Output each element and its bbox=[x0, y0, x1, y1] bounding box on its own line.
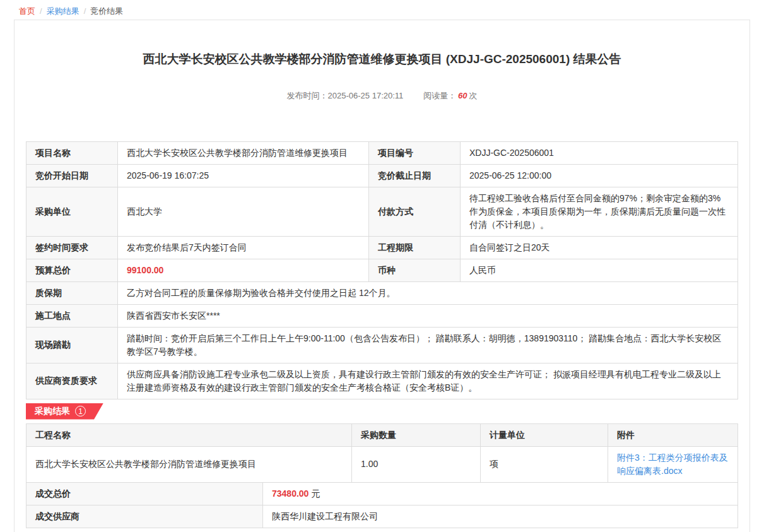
info-value-project-duration: 自合同签订之日20天 bbox=[461, 236, 738, 259]
final-price-unit: 元 bbox=[311, 488, 320, 499]
purchase-result-count-badge: 1 bbox=[75, 406, 86, 417]
project-info-table: 项目名称 西北大学长安校区公共教学楼部分消防管道维修更换项目 项目编号 XDJJ… bbox=[26, 141, 738, 399]
info-value-budget-total: 99100.00 bbox=[118, 259, 369, 281]
info-value-bid-start: 2025-06-19 16:07:25 bbox=[118, 164, 369, 187]
view-count-label: 阅读量： bbox=[423, 91, 456, 100]
purchase-result-table: 工程名称 采购数量 计量单位 附件 西北大学长安校区公共教学楼部分消防管道维修更… bbox=[26, 423, 738, 528]
publish-time-label: 发布时间： bbox=[287, 91, 328, 100]
result-header-attachment: 附件 bbox=[608, 423, 738, 446]
table-row: 供应商资质要求 供应商应具备消防设施工程专业承包二级及以上资质，具有建设行政主管… bbox=[26, 363, 738, 399]
breadcrumb-current-page: 竞价结果 bbox=[90, 6, 123, 16]
info-label-bid-deadline: 竞价截止日期 bbox=[369, 164, 461, 187]
attachment-link[interactable]: 附件3：工程类分项报价表及响应偏离表.docx bbox=[617, 452, 728, 476]
info-label-purchaser: 采购单位 bbox=[26, 187, 118, 236]
table-row: 施工地点 陕西省西安市长安区**** bbox=[26, 304, 738, 327]
table-header-row: 工程名称 采购数量 计量单位 附件 bbox=[26, 423, 738, 446]
info-value-warranty: 乙方对合同工程的质量保修期为验收合格并交付使用之日起 12个月。 bbox=[118, 281, 738, 304]
announcement-card: 西北大学长安校区公共教学楼部分消防管道维修更换项目 (XDJJ-GC-20250… bbox=[14, 20, 750, 532]
table-row: 成交总价 73480.00元 bbox=[26, 482, 738, 505]
purchase-result-badge: 采购结果 1 bbox=[26, 403, 103, 420]
table-row: 项目名称 西北大学长安校区公共教学楼部分消防管道维修更换项目 项目编号 XDJJ… bbox=[26, 141, 738, 164]
info-label-budget-total: 预算总价 bbox=[26, 259, 118, 281]
result-value-winning-supplier: 陕西华川建设工程有限公司 bbox=[263, 505, 738, 528]
info-label-project-name: 项目名称 bbox=[26, 141, 118, 164]
table-row: 采购单位 西北大学 付款方式 待工程竣工验收合格后付至合同金额的97%；剩余审定… bbox=[26, 187, 738, 236]
breadcrumb-purchase-results-link[interactable]: 采购结果 bbox=[47, 6, 79, 16]
info-value-construction-site: 陕西省西安市长安区**** bbox=[118, 304, 738, 327]
result-project-name: 西北大学长安校区公共教学楼部分消防管道维修更换项目 bbox=[26, 446, 352, 482]
result-unit: 项 bbox=[481, 446, 608, 482]
table-row: 西北大学长安校区公共教学楼部分消防管道维修更换项目 1.00 项 附件3：工程类… bbox=[26, 446, 738, 482]
info-label-bid-start: 竞价开始日期 bbox=[26, 164, 118, 187]
publish-time: 发布时间：2025-06-25 17:20:11 bbox=[287, 91, 404, 100]
table-row: 签约时间要求 发布竞价结果后7天内签订合同 工程期限 自合同签订之日20天 bbox=[26, 236, 738, 259]
info-label-supplier-qualification: 供应商资质要求 bbox=[26, 363, 118, 399]
result-header-quantity: 采购数量 bbox=[352, 423, 481, 446]
breadcrumb-separator: / bbox=[40, 6, 42, 16]
table-row: 预算总价 99100.00 币种 人民币 bbox=[26, 259, 738, 281]
table-row: 成交供应商 陕西华川建设工程有限公司 bbox=[26, 505, 738, 528]
table-row: 竞价开始日期 2025-06-19 16:07:25 竞价截止日期 2025-0… bbox=[26, 164, 738, 187]
info-value-project-name: 西北大学长安校区公共教学楼部分消防管道维修更换项目 bbox=[118, 141, 369, 164]
result-header-project-name: 工程名称 bbox=[26, 423, 352, 446]
view-count: 阅读量：60次 bbox=[423, 91, 477, 100]
info-label-signing-time: 签约时间要求 bbox=[26, 236, 118, 259]
announcement-meta: 发布时间：2025-06-25 17:20:11 阅读量：60次 bbox=[26, 90, 738, 102]
info-value-site-survey: 踏勘时间：竞价开启后第三个工作日上午上午9:00-11:00（包含公告发布日）；… bbox=[118, 327, 738, 363]
info-label-site-survey: 现场踏勘 bbox=[26, 327, 118, 363]
info-label-project-duration: 工程期限 bbox=[369, 236, 461, 259]
result-header-unit: 计量单位 bbox=[481, 423, 608, 446]
info-value-purchaser: 西北大学 bbox=[118, 187, 369, 236]
final-price-amount: 73480.00 bbox=[272, 488, 309, 499]
view-count-unit: 次 bbox=[469, 91, 477, 100]
table-row: 现场踏勘 踏勘时间：竞价开启后第三个工作日上午上午9:00-11:00（包含公告… bbox=[26, 327, 738, 363]
result-attachment-cell: 附件3：工程类分项报价表及响应偏离表.docx bbox=[608, 446, 738, 482]
info-value-supplier-qualification: 供应商应具备消防设施工程专业承包二级及以上资质，具有建设行政主管部门颁发的有效的… bbox=[118, 363, 738, 399]
info-value-payment-method: 待工程竣工验收合格后付至合同金额的97%；剩余审定金额的3%作为质保金，本项目质… bbox=[461, 187, 738, 236]
breadcrumb: 首页/采购结果/竞价结果 bbox=[0, 0, 764, 20]
publish-time-value: 2025-06-25 17:20:11 bbox=[328, 91, 404, 100]
view-count-value: 60 bbox=[456, 91, 469, 100]
info-label-project-number: 项目编号 bbox=[369, 141, 461, 164]
info-label-payment-method: 付款方式 bbox=[369, 187, 461, 236]
breadcrumb-home-link[interactable]: 首页 bbox=[19, 6, 35, 16]
info-label-construction-site: 施工地点 bbox=[26, 304, 118, 327]
result-quantity: 1.00 bbox=[352, 446, 481, 482]
page-title: 西北大学长安校区公共教学楼部分消防管道维修更换项目 (XDJJ-GC-20250… bbox=[26, 20, 738, 68]
table-row: 质保期 乙方对合同工程的质量保修期为验收合格并交付使用之日起 12个月。 bbox=[26, 281, 738, 304]
info-value-signing-time: 发布竞价结果后7天内签订合同 bbox=[118, 236, 369, 259]
info-label-warranty: 质保期 bbox=[26, 281, 118, 304]
breadcrumb-separator: / bbox=[84, 6, 86, 16]
result-label-final-price: 成交总价 bbox=[26, 482, 263, 505]
purchase-result-badge-label: 采购结果 bbox=[35, 406, 70, 417]
info-label-currency: 币种 bbox=[369, 259, 461, 281]
result-label-winning-supplier: 成交供应商 bbox=[26, 505, 263, 528]
info-value-project-number: XDJJ-GC-202506001 bbox=[461, 141, 738, 164]
result-value-final-price: 73480.00元 bbox=[263, 482, 738, 505]
info-value-bid-deadline: 2025-06-25 12:00:00 bbox=[461, 164, 738, 187]
info-value-currency: 人民币 bbox=[461, 259, 738, 281]
